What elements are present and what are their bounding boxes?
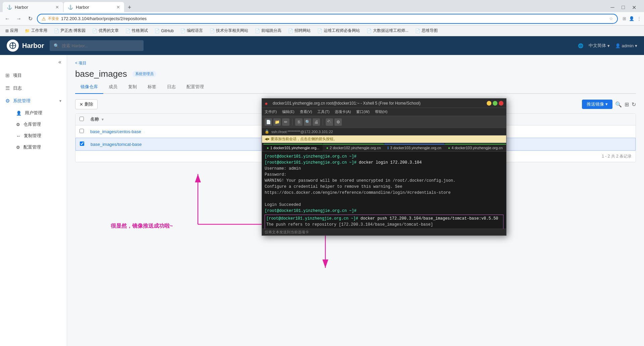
- bookmark-recruit[interactable]: 📄 招聘网站: [285, 27, 313, 34]
- harbor-logo[interactable]: Harbor: [7, 40, 44, 52]
- project-badge[interactable]: 系统管理员: [132, 71, 156, 77]
- bookmark-bigdata[interactable]: 📄 大数据运维工程师...: [364, 27, 411, 34]
- sidebar-item-users[interactable]: 👤 用户管理: [11, 107, 67, 119]
- address-bar[interactable]: ⚠ 不安全 172.200.3.104/harbor/projects/2/re…: [37, 14, 618, 24]
- sidebar-item-registries[interactable]: ⚙ 仓库管理: [11, 119, 67, 130]
- bookmark-mindmap[interactable]: 📄 思维导图: [413, 27, 440, 34]
- push-image-button[interactable]: 推送镜像 ▾: [582, 100, 612, 109]
- xshell-tab-2[interactable]: ● 2 docker102.yinzhengjie.org.cn: [323, 144, 384, 151]
- row1-checkbox[interactable]: [79, 129, 84, 133]
- bookmark-ops[interactable]: 📄 运维工程师必备网站: [315, 27, 363, 34]
- user-icon: 👤: [615, 43, 621, 48]
- tb-new[interactable]: 📄: [265, 118, 272, 126]
- bookmark-blog[interactable]: 📄 尹正杰·博客园: [51, 27, 88, 34]
- close-button[interactable]: ✕: [629, 3, 639, 12]
- bookmark-star[interactable]: ☆: [609, 16, 613, 21]
- language-switcher[interactable]: 中文简体 ▾: [589, 43, 610, 49]
- xshell-titlebar: ● docker101.yinzhengjie.org.cn root@dock…: [262, 99, 506, 108]
- menu-help[interactable]: 帮助(H): [375, 109, 387, 114]
- sidebar-item-config[interactable]: ⚙ 配置管理: [11, 141, 67, 153]
- bookmark-work[interactable]: 📁 工作常用: [22, 27, 50, 34]
- reload-button[interactable]: ↻: [25, 14, 35, 23]
- user-menu[interactable]: 👤 admin ▾: [615, 43, 637, 48]
- global-search-box[interactable]: 🔍: [50, 40, 144, 51]
- tab2-close[interactable]: ✕: [116, 5, 120, 10]
- view-toggle-icon[interactable]: ⊞: [625, 101, 629, 108]
- bookmark-articles[interactable]: 📄 优秀的文章: [90, 27, 121, 34]
- tab-logs[interactable]: 日志: [162, 80, 181, 94]
- top-navbar: Harbor 🔍 🌐 中文简体 ▾ 👤 admin ▾: [0, 36, 644, 55]
- xshell-tab-4[interactable]: ● 4 docker103.yinzhengjie.org.cn: [445, 144, 506, 151]
- minimize-button[interactable]: ─: [608, 3, 617, 12]
- tb-print[interactable]: 🖨: [313, 118, 320, 126]
- replication-label: 复制管理: [24, 133, 41, 139]
- bookmark-tech[interactable]: 📄 技术分享相关网站: [207, 27, 251, 34]
- tab-config[interactable]: 配置管理: [181, 80, 209, 94]
- tab-repositories[interactable]: 镜像仓库: [75, 80, 103, 94]
- back-button[interactable]: ←: [3, 14, 12, 23]
- xshell-tab-3[interactable]: ℹ 3 docker103.yinzhengjie.org.cn: [384, 144, 444, 151]
- name-filter-icon[interactable]: ▾: [102, 117, 104, 122]
- config-label: 配置管理: [23, 144, 41, 150]
- xshell-minimize[interactable]: [487, 101, 491, 106]
- breadcrumb[interactable]: < 项目: [75, 60, 636, 66]
- menu-file[interactable]: 文件(F): [265, 109, 277, 114]
- tb-edit[interactable]: ✏: [282, 118, 289, 126]
- term-line-2: Username: admin: [265, 166, 503, 172]
- menu-tools[interactable]: 工具(T): [317, 109, 329, 114]
- users-label: 用户管理: [25, 110, 42, 116]
- select-all-checkbox[interactable]: [79, 117, 84, 121]
- projects-icon: ⊞: [5, 72, 10, 78]
- xshell-terminal[interactable]: [root@docker101.yinzhengjie.org.cn ~]# […: [262, 152, 506, 229]
- xshell-tab-1[interactable]: ● 1 docker101.yinzhengjie.org...: [263, 144, 323, 151]
- tb-settings[interactable]: ⚙: [334, 118, 342, 126]
- tab-1[interactable]: ⚓ Harbor ✕: [3, 2, 63, 12]
- profile-icon[interactable]: 👤: [629, 16, 634, 21]
- bookmark-github[interactable]: 📄 GitHub: [152, 28, 176, 34]
- tab-2[interactable]: ⚓ Harbor ✕: [64, 2, 124, 12]
- sidebar-item-logs[interactable]: ☰ 日志: [0, 82, 67, 95]
- menu-window[interactable]: 窗口(W): [356, 109, 370, 114]
- forward-button[interactable]: →: [14, 14, 23, 23]
- maximize-button[interactable]: □: [619, 3, 628, 12]
- notify-arrow[interactable]: ◀: [265, 137, 267, 141]
- xshell-maximize[interactable]: [493, 101, 497, 106]
- sidebar-item-sysadmin[interactable]: ⚙ 系统管理 ▾: [0, 95, 67, 107]
- tb-search[interactable]: 🔍: [304, 118, 311, 126]
- bookmark-test[interactable]: 📄 性格测试: [123, 27, 151, 34]
- tb-copy[interactable]: ⎘: [295, 118, 303, 126]
- row2-checkbox[interactable]: [80, 141, 84, 146]
- menu-view[interactable]: 查看(V): [300, 109, 312, 114]
- xshell-statusbar: 仅将文本发送到当前选项卡: [262, 229, 506, 235]
- sysadmin-expand-icon: ▾: [59, 99, 61, 103]
- tab-labels[interactable]: 标签: [142, 80, 162, 94]
- logo-circle: [7, 40, 19, 52]
- delete-button[interactable]: ✕ 删除: [75, 99, 98, 109]
- sidebar-item-projects[interactable]: ⊞ 项目: [0, 69, 67, 82]
- new-tab-button[interactable]: +: [125, 3, 134, 12]
- tb-connect[interactable]: 🔌: [326, 118, 333, 126]
- menu-icon[interactable]: ⋮: [637, 16, 641, 21]
- xshell-title: docker101.yinzhengjie.org.cn root@docker…: [273, 101, 484, 106]
- tb-open[interactable]: 📁: [273, 118, 281, 126]
- xshell-close[interactable]: [499, 101, 503, 106]
- config-icon: ⚙: [16, 145, 20, 150]
- bookmark-frontend[interactable]: 📄 前端跳分高: [252, 27, 284, 34]
- extensions-icon[interactable]: ⊞: [623, 16, 626, 21]
- tab-replication[interactable]: 复制: [123, 80, 142, 94]
- sidebar-item-projects-label: 项目: [13, 72, 22, 78]
- xshell-menubar: 文件(F) 编辑(E) 查看(V) 工具(T) 选项卡(A) 窗口(W) 帮助(…: [262, 108, 506, 116]
- security-icon: ⚠: [42, 16, 46, 21]
- search-toolbar-icon[interactable]: 🔍: [615, 101, 622, 108]
- global-search-input[interactable]: [62, 43, 140, 48]
- menu-edit[interactable]: 编辑(E): [282, 109, 294, 114]
- refresh-icon[interactable]: ↻: [632, 101, 636, 108]
- tab-members[interactable]: 成员: [103, 80, 123, 94]
- sidebar-collapse-button[interactable]: «: [0, 55, 67, 69]
- tab1-close[interactable]: ✕: [55, 5, 59, 10]
- menu-tabs[interactable]: 选项卡(A): [335, 109, 351, 114]
- sidebar-item-replication[interactable]: ↔ 复制管理: [11, 130, 67, 141]
- users-icon: 👤: [16, 111, 21, 116]
- bookmark-lang[interactable]: 📄 编程语言: [178, 27, 206, 34]
- bookmark-apps[interactable]: ⊞ 应用: [3, 27, 21, 34]
